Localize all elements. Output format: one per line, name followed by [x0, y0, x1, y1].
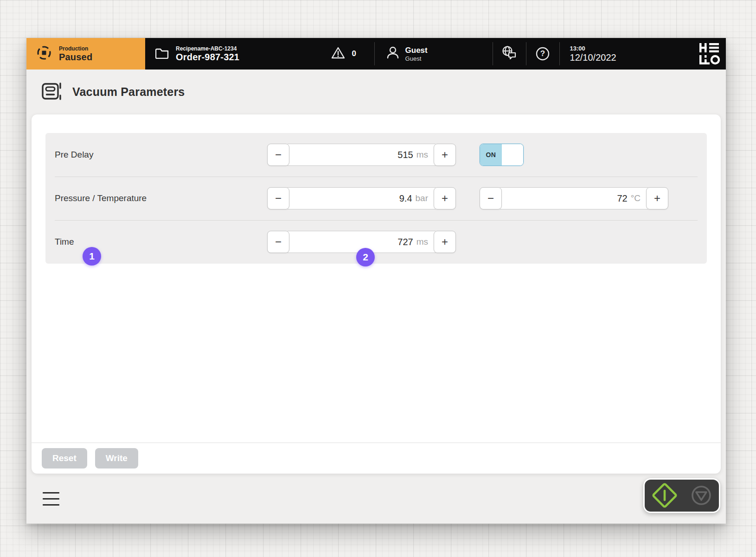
card-footer: Reset Write [32, 443, 721, 474]
production-status-label: Production [59, 45, 92, 52]
field-unit: ms [416, 237, 428, 247]
page-header: Vacuum Parameters [26, 70, 726, 114]
top-bar: Production Paused Recipename-ABC-1234 Or… [26, 38, 726, 70]
field-value: 727 [397, 237, 413, 247]
alarm-counter[interactable]: 0 [328, 38, 374, 70]
pre-delay-input[interactable]: 515 ms [288, 144, 436, 166]
row-pressure-temperature: Pressure / Temperature − 9.4 bar + − [45, 177, 707, 220]
pressure-input[interactable]: 9.4 bar [288, 187, 436, 209]
field-unit: bar [416, 193, 428, 203]
increment-button[interactable]: + [434, 144, 456, 166]
row-pre-delay: Pre Delay − 515 ms + ON [45, 133, 707, 177]
field-unit: °C [631, 193, 641, 203]
user-menu[interactable]: Guest Guest [375, 38, 493, 70]
parameters-panel: Pre Delay − 515 ms + ON [45, 133, 707, 264]
start-button[interactable] [651, 482, 678, 509]
reset-button[interactable]: Reset [42, 448, 87, 468]
temperature-input[interactable]: 72 °C [500, 187, 648, 209]
recipe-order-info[interactable]: Recipename-ABC-1234 Order-987-321 [145, 38, 239, 70]
row-label: Pressure / Temperature [55, 193, 267, 203]
alarm-count: 0 [352, 49, 356, 58]
clock-date: 12/10/2022 [570, 52, 616, 63]
field-value: 72 [617, 193, 627, 204]
help-button[interactable]: ? [526, 38, 559, 70]
row-label: Time [55, 237, 267, 247]
vacuum-module-icon [42, 82, 62, 103]
field-unit: ms [416, 150, 428, 160]
increment-button[interactable]: + [434, 231, 456, 253]
toggle-off-half [502, 144, 524, 165]
parameters-card: Pre Delay − 515 ms + ON [32, 114, 721, 474]
folder-icon [155, 47, 169, 61]
user-name: Guest [405, 46, 428, 55]
increment-button[interactable]: + [434, 187, 456, 209]
app-window: Production Paused Recipename-ABC-1234 Or… [26, 38, 726, 524]
row-label: Pre Delay [55, 150, 267, 160]
helio-logo [632, 38, 726, 70]
user-icon [386, 45, 400, 62]
user-role: Guest [405, 55, 428, 62]
clock-time: 13:00 [570, 45, 585, 52]
clock: 13:00 12/10/2022 [560, 38, 632, 70]
production-status[interactable]: Production Paused [26, 38, 145, 70]
pre-delay-toggle[interactable]: ON [480, 144, 524, 166]
run-controls [643, 478, 720, 513]
field-value: 515 [397, 150, 413, 160]
decrement-button[interactable]: − [267, 187, 289, 209]
decrement-button[interactable]: − [480, 187, 502, 209]
window-footer [26, 474, 726, 524]
paused-status-icon [36, 44, 52, 63]
language-button[interactable] [493, 38, 526, 70]
order-number: Order-987-321 [176, 52, 239, 63]
stop-button[interactable] [690, 484, 712, 506]
recipe-name: Recipename-ABC-1234 [176, 45, 239, 52]
field-value: 9.4 [399, 193, 412, 204]
increment-button[interactable]: + [646, 187, 668, 209]
page-title: Vacuum Parameters [72, 85, 185, 99]
help-icon: ? [535, 46, 550, 61]
warning-triangle-icon [331, 46, 346, 62]
toggle-on-label: ON [480, 144, 502, 165]
row-time: Time − 727 ms + [45, 220, 707, 264]
annotation-badge-2: 2 [356, 248, 375, 266]
write-button[interactable]: Write [95, 448, 138, 468]
pre-delay-stepper: − 515 ms + [267, 144, 456, 166]
production-status-value: Paused [59, 52, 92, 63]
language-globe-icon [501, 45, 518, 63]
decrement-button[interactable]: − [267, 144, 289, 166]
pressure-stepper: − 9.4 bar + [267, 187, 456, 209]
hamburger-menu-icon[interactable] [43, 492, 59, 506]
decrement-button[interactable]: − [267, 231, 289, 253]
annotation-badge-1: 1 [83, 247, 101, 266]
temperature-stepper: − 72 °C + [480, 187, 668, 209]
